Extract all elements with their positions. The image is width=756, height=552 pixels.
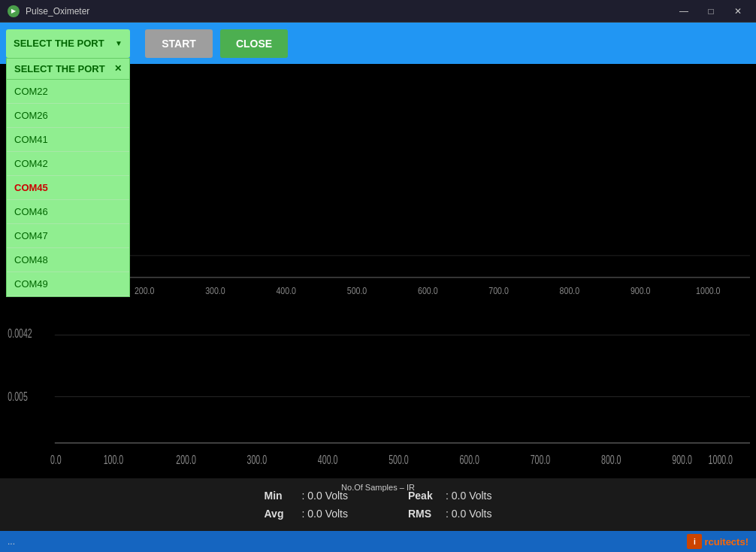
minimize-button[interactable]: — [673,4,694,19]
title-bar: ▶ Pulse_Oximeter — □ ✕ [0,0,756,23]
port-option-com26[interactable]: COM26 [7,104,129,128]
port-option-com22[interactable]: COM22 [7,80,129,104]
window-controls: — □ ✕ [673,4,748,19]
app-title: Pulse_Oximeter [26,6,89,17]
ir-chart: 0.0042 0.005 0.0 100.0 200.0 300.0 400.0… [6,310,750,478]
svg-text:200.0: 200.0 [135,285,155,296]
svg-text:100.0: 100.0 [104,453,124,467]
svg-text:600.0: 600.0 [459,453,479,467]
port-dropdown: SELECT THE PORT ✕ COM22 COM26 COM41 COM4… [6,58,130,297]
status-text: ... [8,536,15,547]
port-option-com42[interactable]: COM42 [7,152,129,176]
close-action-button[interactable]: CLOSE [220,29,288,58]
stats-left: Min : 0.0 Volts Avg : 0.0 Volts [265,490,348,520]
port-option-com46[interactable]: COM46 [7,200,129,224]
app-icon: ▶ [8,5,20,17]
rms-label: RMS [408,508,442,520]
toolbar: SELECT THE PORT ▼ SELECT THE PORT ✕ COM2… [0,23,756,64]
ir-chart-x-label: No.Of Samples – IR [6,481,750,493]
brand-icon: i [687,534,702,549]
stats-right: Peak : 0.0 Volts RMS : 0.0 Volts [408,490,491,520]
brand-name: rcuitects! [704,536,748,547]
title-bar-left: ▶ Pulse_Oximeter [8,5,89,17]
svg-text:800.0: 800.0 [601,453,621,467]
svg-text:400.0: 400.0 [318,453,338,467]
avg-stat: Avg : 0.0 Volts [265,508,348,520]
svg-text:1000.0: 1000.0 [696,285,721,296]
ir-chart-wrapper: 0.0042 0.005 0.0 100.0 200.0 300.0 400.0… [0,310,756,478]
svg-text:700.0: 700.0 [531,453,551,467]
svg-text:800.0: 800.0 [560,285,580,296]
port-selector[interactable]: SELECT THE PORT ▼ SELECT THE PORT ✕ COM2… [6,29,130,58]
window-close-button[interactable]: ✕ [727,4,748,19]
svg-text:0.005: 0.005 [8,390,28,404]
port-dropdown-header-label: SELECT THE PORT [14,63,105,74]
rms-value: : 0.0 Volts [446,508,491,520]
port-dropdown-close-icon[interactable]: ✕ [114,63,122,74]
svg-text:500.0: 500.0 [389,453,409,467]
svg-text:0.0042: 0.0042 [8,326,32,341]
port-option-com48[interactable]: COM48 [7,248,129,272]
start-button[interactable]: START [145,29,213,58]
status-bar: ... i rcuitects! [0,531,756,552]
brand-logo: i rcuitects! [687,534,748,549]
svg-rect-13 [6,310,750,450]
svg-text:900.0: 900.0 [672,453,692,467]
svg-text:200.0: 200.0 [176,453,196,467]
rms-stat: RMS : 0.0 Volts [408,508,491,520]
port-selector-label: SELECT THE PORT [14,38,104,49]
svg-text:300.0: 300.0 [205,285,225,296]
port-option-com41[interactable]: COM41 [7,128,129,152]
svg-text:300.0: 300.0 [247,453,268,467]
svg-text:700.0: 700.0 [488,285,509,296]
port-option-com47[interactable]: COM47 [7,224,129,248]
svg-text:400.0: 400.0 [276,285,296,296]
avg-label: Avg [265,508,298,520]
port-option-com45[interactable]: COM45 [7,176,129,200]
port-selector-button[interactable]: SELECT THE PORT ▼ [6,29,130,58]
port-option-com49[interactable]: COM49 [7,272,129,296]
port-dropdown-arrow-icon: ▼ [115,39,122,47]
svg-text:600.0: 600.0 [418,285,438,296]
svg-text:900.0: 900.0 [631,285,651,296]
svg-text:1000.0: 1000.0 [709,453,733,467]
svg-text:500.0: 500.0 [347,285,367,296]
maximize-button[interactable]: □ [700,4,721,19]
port-dropdown-header: SELECT THE PORT ✕ [7,59,129,80]
avg-value: : 0.0 Volts [302,508,348,520]
svg-text:0.0: 0.0 [50,453,62,467]
